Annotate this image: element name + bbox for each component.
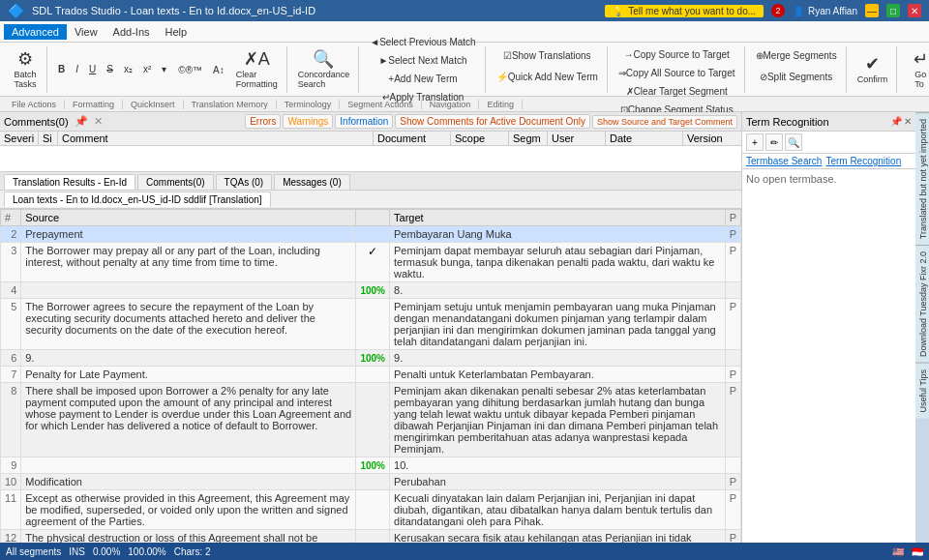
side-tab-translated[interactable]: Translated but not yet imported <box>915 112 929 245</box>
clear-format-icon: ✗A <box>244 50 270 68</box>
errors-tab[interactable]: Errors <box>245 114 281 129</box>
split-segments-button[interactable]: ⊘ Split Segments <box>755 68 837 87</box>
quick-add-term-button[interactable]: ⚡ Quick Add New Term <box>492 68 603 87</box>
menu-view[interactable]: View <box>67 24 105 40</box>
menu-help[interactable]: Help <box>158 24 195 40</box>
table-row[interactable]: 6 9. 100% 9. <box>1 350 741 367</box>
show-translations-button[interactable]: ☑ Show Translations <box>498 46 596 66</box>
term-close-icon[interactable]: ✕ <box>904 116 912 127</box>
toolbar-group-nav: ↵ GoTo Select All <box>899 46 929 93</box>
maximize-button[interactable]: □ <box>886 4 900 17</box>
col-si: Si <box>39 132 58 145</box>
side-tab-download[interactable]: Download Tuesday Fixr 2.0 <box>915 245 929 363</box>
special-chars-button[interactable]: ©®™ <box>173 61 207 80</box>
subscript-button[interactable]: x₂ <box>119 60 137 79</box>
messages-tab[interactable]: Messages (0) <box>274 174 350 190</box>
action-labels-bar: File Actions Formatting QuickInsert Tran… <box>0 97 929 112</box>
table-row[interactable]: 5 The Borrower agrees to secure the repa… <box>1 299 741 350</box>
toolbar-group-format: B I U S x₂ x² ▾ ©®™ A↕ ✗A ClearFormattin… <box>49 46 287 93</box>
batch-tasks-button[interactable]: ⚙ Batch Tasks <box>8 48 43 91</box>
translation-table-container[interactable]: # Source Target P 2 Prepayment Pembayara… <box>0 209 741 543</box>
clear-target-segment-button[interactable]: ✗ Clear Target Segment <box>621 83 733 100</box>
information-tab[interactable]: Information <box>335 114 393 129</box>
side-tab-tips[interactable]: Useful Tips <box>915 363 929 419</box>
term-panel-controls: 📌 ✕ <box>890 116 912 127</box>
row-num: 8 <box>1 383 21 457</box>
menu-advanced[interactable]: Advanced <box>4 24 67 40</box>
comments-pin-icon[interactable]: 📌 <box>75 115 88 128</box>
status-cell <box>356 490 390 530</box>
row-num: 10 <box>1 474 21 490</box>
col-p: P <box>725 210 740 226</box>
translation-table: # Source Target P 2 Prepayment Pembayara… <box>0 209 741 543</box>
table-row[interactable]: 9 100% 10. <box>1 457 741 474</box>
term-add-button[interactable]: + <box>746 133 764 151</box>
col-user: User <box>548 132 606 145</box>
tqa-tab[interactable]: TQAs (0) <box>216 174 273 190</box>
batch-icon: ⚙ <box>17 50 33 68</box>
term-edit-button[interactable]: ✏ <box>765 133 783 151</box>
strikethrough-button[interactable]: S <box>102 60 118 79</box>
font-size-button[interactable]: A↕ <box>208 61 229 80</box>
show-source-target-btn[interactable]: Show Source and Target Comment <box>592 115 737 129</box>
table-row[interactable]: 10 Modification Perubahan P <box>1 474 741 490</box>
source-cell: 9. <box>21 350 356 367</box>
table-row[interactable]: 12 The physical destruction or loss of t… <box>1 530 741 544</box>
comments-close-icon[interactable]: ✕ <box>94 115 103 128</box>
table-row[interactable]: 7 Penalty for Late Payment. Penalti untu… <box>1 367 741 383</box>
goto-button[interactable]: ↵ GoTo <box>903 48 929 91</box>
add-new-term-button[interactable]: + Add New Term <box>383 71 462 87</box>
notification-badge[interactable]: 2 <box>771 4 785 17</box>
table-row[interactable]: 11 Except as otherwise provided in this … <box>1 490 741 530</box>
formatting-label: Formatting <box>65 100 123 109</box>
table-row[interactable]: 2 Prepayment Pembayaran Uang Muka P <box>1 226 741 243</box>
term-toolbar: + ✏ 🔍 <box>742 132 915 154</box>
warnings-tab[interactable]: Warnings <box>283 114 333 129</box>
copy-all-source-target-button[interactable]: ⇒ Copy All Source to Target <box>614 65 740 81</box>
toolbar-group-merge: ⊕ Merge Segments ⊘ Split Segments <box>747 46 847 93</box>
select-next-match-button[interactable]: ► Select Next Match <box>374 52 471 69</box>
main-content: Comments(0) 📌 ✕ Errors Warnings Informat… <box>0 112 929 543</box>
segment-actions-label: Segment Actions <box>340 100 422 109</box>
term-recognition-link[interactable]: Term Recognition <box>825 156 901 166</box>
select-previous-match-button[interactable]: ◄ Select Previous Match <box>365 34 480 50</box>
term-pin-icon[interactable]: 📌 <box>890 116 902 127</box>
target-cell: Penalti untuk Keterlambatan Pembayaran. <box>390 367 726 383</box>
underline-button[interactable]: U <box>84 60 101 79</box>
user-info: 👤 Ryan Affian <box>793 6 857 16</box>
superscript-button[interactable]: x² <box>138 60 156 79</box>
table-row[interactable]: 3 The Borrower may prepay all or any par… <box>1 243 741 282</box>
italic-button[interactable]: I <box>71 60 83 79</box>
bold-button[interactable]: B <box>53 60 70 79</box>
minimize-button[interactable]: — <box>865 4 879 17</box>
concordance-search-button[interactable]: 🔍 ConcordanceSearch <box>293 48 355 91</box>
merge-segments-button[interactable]: ⊕ Merge Segments <box>751 46 842 66</box>
col-num: # <box>1 210 21 226</box>
table-row[interactable]: 4 100% 8. <box>1 282 741 299</box>
col-segm: Segm <box>509 132 548 145</box>
translation-results-tab[interactable]: Translation Results - En-Id <box>4 174 135 190</box>
termbase-search-link[interactable]: Termbase Search <box>746 156 822 166</box>
show-comments-active-btn[interactable]: Show Comments for Active Document Only <box>395 114 590 129</box>
status-cell <box>356 299 390 350</box>
confirm-button[interactable]: ✔ Confirm <box>853 48 893 91</box>
copy-source-target-button[interactable]: → Copy Source to Target <box>619 46 734 63</box>
clear-formatting-button[interactable]: ✗A ClearFormatting <box>231 48 283 91</box>
batch-label: Batch Tasks <box>14 70 36 89</box>
tell-me-box[interactable]: 💡 Tell me what you want to do... <box>605 5 764 17</box>
comments-tab[interactable]: Comments(0) <box>137 174 214 190</box>
source-cell: The Borrower agrees to secure the repaym… <box>21 299 356 350</box>
source-cell: The Borrower may prepay all or any part … <box>21 243 356 282</box>
goto-label: GoTo <box>914 70 926 89</box>
source-cell: Modification <box>21 474 356 490</box>
toolbar-group-segment: → Copy Source to Target ⇒ Copy All Sourc… <box>610 46 745 93</box>
document-tab[interactable]: Loan texts - En to Id.docx_en-US_id-ID s… <box>4 192 271 207</box>
term-search-button[interactable]: 🔍 <box>785 133 802 151</box>
status-cell <box>356 474 390 490</box>
status-cell <box>356 226 390 243</box>
table-row[interactable]: 8 There shall be imposed upon Borrower a… <box>1 383 741 457</box>
formatting-dropdown[interactable]: ▾ <box>157 60 171 79</box>
menu-addins[interactable]: Add-Ins <box>105 24 158 40</box>
close-button[interactable]: ✕ <box>908 4 921 17</box>
app-icon: 🔷 <box>8 3 24 18</box>
